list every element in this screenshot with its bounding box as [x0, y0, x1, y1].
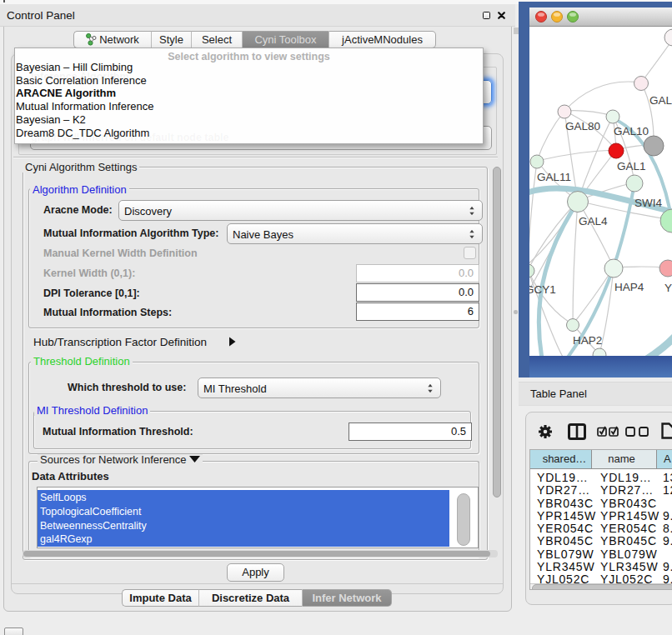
svg-text:GAL2: GAL2: [649, 94, 672, 107]
svg-text:GAL4: GAL4: [579, 215, 608, 228]
svg-text:GAL1: GAL1: [617, 160, 646, 172]
svg-text:GAL11: GAL11: [537, 171, 571, 183]
svg-text:HAP4: HAP4: [614, 281, 644, 293]
svg-text:GAL10: GAL10: [614, 125, 649, 138]
svg-text:GAL80: GAL80: [565, 120, 600, 132]
svg-text:GCY1: GCY1: [529, 283, 556, 296]
svg-text:SWI4: SWI4: [634, 197, 662, 209]
svg-text:HAP2: HAP2: [573, 334, 602, 347]
svg-text:Y: Y: [664, 282, 672, 294]
